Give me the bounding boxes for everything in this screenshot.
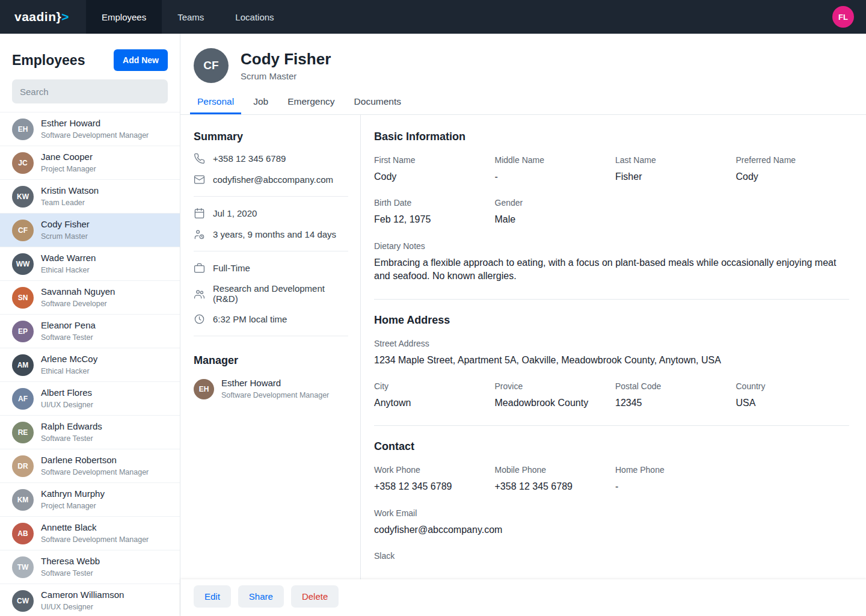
- employee-role: Team Leader: [41, 198, 99, 208]
- profile-tab[interactable]: Documents: [347, 89, 408, 114]
- profile-header: CF Cody Fisher Scrum Master: [180, 34, 866, 83]
- employee-avatar: KW: [12, 186, 34, 208]
- employee-name: Theresa Webb: [41, 556, 100, 567]
- employee-list-item[interactable]: JC Jane Cooper Project Manager: [0, 146, 180, 179]
- summary-tenure-text: 3 years, 9 months and 14 days: [213, 229, 336, 239]
- dietary-notes-value: Embracing a flexible approach to eating,…: [374, 256, 849, 283]
- search-input[interactable]: [12, 79, 168, 103]
- city-field: City Anytown: [374, 381, 488, 410]
- employee-avatar: CF: [12, 220, 34, 241]
- first-name-label: First Name: [374, 155, 488, 165]
- employee-text: Albert Flores UI/UX Designer: [41, 387, 93, 410]
- top-navbar: vaadin}> Employees Teams Locations FL: [0, 0, 866, 34]
- employee-text: Cameron Williamson UI/UX Designer: [41, 590, 124, 612]
- city-value: Anytown: [374, 396, 488, 410]
- last-name-field: Last Name Fisher: [615, 155, 729, 183]
- nav-item-locations[interactable]: Locations: [220, 0, 289, 34]
- contact-title: Contact: [374, 440, 849, 453]
- preferred-name-field: Preferred Name Cody: [736, 155, 850, 183]
- employee-text: Arlene McCoy Ethical Hacker: [41, 354, 97, 376]
- edit-button[interactable]: Edit: [194, 585, 231, 608]
- nav-item-teams[interactable]: Teams: [162, 0, 220, 34]
- employee-list-item[interactable]: AF Albert Flores UI/UX Designer: [0, 381, 180, 415]
- employee-name: Kathryn Murphy: [41, 488, 105, 500]
- mobile-phone-field: Mobile Phone +358 12 345 6789: [495, 465, 609, 493]
- envelope-icon: [194, 174, 205, 185]
- action-footer: Edit Share Delete: [180, 579, 866, 616]
- employee-role: Software Developer: [41, 299, 115, 309]
- basic-information-title: Basic Information: [374, 131, 849, 143]
- home-phone-value: -: [615, 480, 849, 493]
- employee-text: Cody Fisher Scrum Master: [41, 219, 90, 241]
- app-root: vaadin}> Employees Teams Locations FL Em…: [0, 0, 866, 616]
- middle-name-field: Middle Name -: [495, 155, 609, 183]
- employee-text: Savannah Nguyen Software Developer: [41, 286, 115, 309]
- employee-avatar: AM: [12, 354, 34, 376]
- profile-tab[interactable]: Emergency: [280, 89, 342, 114]
- birth-date-value: Feb 12, 1975: [374, 213, 488, 226]
- employee-list-item[interactable]: SN Savannah Nguyen Software Developer: [0, 280, 180, 314]
- details-column: Basic Information First Name Cody Middle…: [361, 115, 866, 579]
- work-phone-value: +358 12 345 6789: [374, 480, 488, 493]
- work-email-label: Work Email: [374, 508, 849, 518]
- profile-tab[interactable]: Personal: [190, 89, 241, 114]
- employee-list-item[interactable]: EH Esther Howard Software Development Ma…: [0, 112, 180, 146]
- employee-list-item[interactable]: EP Eleanor Pena Software Tester: [0, 314, 180, 348]
- manager-name: Esther Howard: [221, 378, 329, 389]
- birth-date-field: Birth Date Feb 12, 1975: [374, 198, 488, 226]
- summary-department: Research and Development (R&D): [194, 283, 348, 304]
- employee-text: Darlene Robertson Software Development M…: [41, 455, 149, 477]
- first-name-value: Cody: [374, 170, 488, 183]
- employee-list-item[interactable]: AM Arlene McCoy Ethical Hacker: [0, 348, 180, 381]
- basic-information-section: Basic Information First Name Cody Middle…: [374, 131, 849, 300]
- employee-name: Wade Warren: [41, 253, 96, 264]
- search-wrap: [0, 79, 180, 112]
- mobile-phone-label: Mobile Phone: [495, 465, 609, 475]
- nav-item-employees[interactable]: Employees: [86, 0, 162, 34]
- summary-hire-date: Jul 1, 2020: [194, 208, 348, 219]
- home-address-title: Home Address: [374, 314, 849, 327]
- province-value: Meadowbrook County: [495, 396, 609, 410]
- employee-list: EH Esther Howard Software Development Ma…: [0, 112, 180, 616]
- employee-name: Ralph Edwards: [41, 421, 102, 433]
- dietary-notes-label: Dietary Notes: [374, 241, 849, 251]
- add-new-button[interactable]: Add New: [114, 49, 168, 71]
- birth-date-label: Birth Date: [374, 198, 488, 208]
- employee-list-item[interactable]: RE Ralph Edwards Software Tester: [0, 415, 180, 449]
- manager-row[interactable]: EH Esther Howard Software Development Ma…: [194, 378, 348, 400]
- gender-field: Gender Male: [495, 198, 850, 226]
- employee-list-item[interactable]: AB Annette Black Software Development Ma…: [0, 516, 180, 550]
- employee-name: Kristin Watson: [41, 185, 99, 197]
- employee-list-item[interactable]: CF Cody Fisher Scrum Master: [0, 213, 180, 247]
- gender-label: Gender: [495, 198, 850, 208]
- employee-role: Software Tester: [41, 568, 100, 578]
- employee-avatar: AF: [12, 388, 34, 410]
- delete-button[interactable]: Delete: [291, 585, 339, 608]
- vaadin-logo[interactable]: vaadin}>: [0, 0, 86, 34]
- summary-department-text: Research and Development (R&D): [213, 283, 348, 304]
- user-avatar[interactable]: FL: [832, 6, 854, 28]
- employee-avatar: SN: [12, 287, 34, 309]
- last-name-value: Fisher: [615, 170, 729, 183]
- employee-role: UI/UX Designer: [41, 602, 124, 612]
- profile-role: Scrum Master: [241, 71, 331, 81]
- employee-name: Annette Black: [41, 522, 149, 534]
- summary-divider: [194, 336, 348, 336]
- profile-tab[interactable]: Job: [246, 89, 275, 114]
- summary-employment-type-text: Full-Time: [213, 263, 250, 273]
- employee-list-item[interactable]: DR Darlene Robertson Software Developmen…: [0, 449, 180, 482]
- manager-text: Esther Howard Software Development Manag…: [221, 378, 329, 400]
- employee-list-item[interactable]: WW Wade Warren Ethical Hacker: [0, 247, 180, 280]
- employee-text: Ralph Edwards Software Tester: [41, 421, 102, 443]
- summary-column: Summary +358 12 345 6789 codyfisher@abcc…: [180, 115, 361, 579]
- employee-list-item[interactable]: CW Cameron Williamson UI/UX Designer: [0, 584, 180, 616]
- share-button[interactable]: Share: [238, 585, 284, 608]
- employee-list-item[interactable]: TW Theresa Webb Software Tester: [0, 550, 180, 584]
- employee-list-item[interactable]: KW Kristin Watson Team Leader: [0, 179, 180, 213]
- employee-list-item[interactable]: KM Kathryn Murphy Project Manager: [0, 482, 180, 516]
- profile-avatar: CF: [194, 48, 229, 83]
- main-panel: CF Cody Fisher Scrum Master Personal Job…: [180, 34, 866, 616]
- home-address-grid: Street Address 1234 Maple Street, Apartm…: [374, 339, 849, 410]
- postal-code-label: Postal Code: [615, 381, 729, 391]
- logo-accent: >: [61, 10, 69, 24]
